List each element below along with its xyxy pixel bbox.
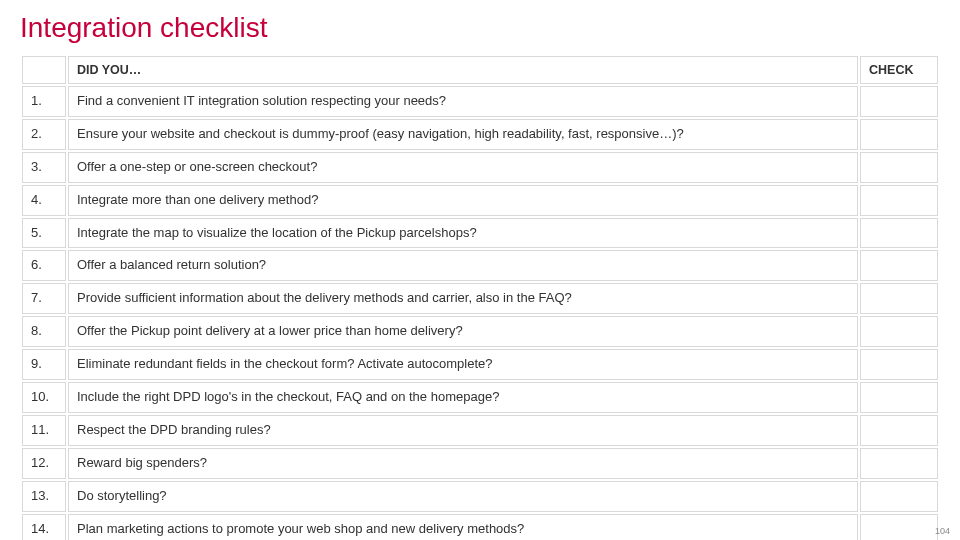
col-check-header: CHECK — [860, 56, 938, 84]
row-question: Offer a balanced return solution? — [68, 250, 858, 281]
row-number: 13. — [22, 481, 66, 512]
row-question: Reward big spenders? — [68, 448, 858, 479]
table-row: 12.Reward big spenders? — [22, 448, 938, 479]
row-question: Provide sufficient information about the… — [68, 283, 858, 314]
table-row: 2.Ensure your website and checkout is du… — [22, 119, 938, 150]
col-number-header — [22, 56, 66, 84]
row-question: Integrate the map to visualize the locat… — [68, 218, 858, 249]
table-row: 13.Do storytelling? — [22, 481, 938, 512]
row-check-cell — [860, 119, 938, 150]
col-question-header: DID YOU… — [68, 56, 858, 84]
table-row: 11.Respect the DPD branding rules? — [22, 415, 938, 446]
table-header-row: DID YOU… CHECK — [22, 56, 938, 84]
table-row: 10.Include the right DPD logo's in the c… — [22, 382, 938, 413]
row-number: 4. — [22, 185, 66, 216]
table-row: 7.Provide sufficient information about t… — [22, 283, 938, 314]
table-row: 1.Find a convenient IT integration solut… — [22, 86, 938, 117]
row-question: Offer a one-step or one-screen checkout? — [68, 152, 858, 183]
row-number: 7. — [22, 283, 66, 314]
table-row: 3.Offer a one-step or one-screen checkou… — [22, 152, 938, 183]
row-check-cell — [860, 415, 938, 446]
row-question: Do storytelling? — [68, 481, 858, 512]
table-row: 5.Integrate the map to visualize the loc… — [22, 218, 938, 249]
row-check-cell — [860, 382, 938, 413]
checklist-table: DID YOU… CHECK 1.Find a convenient IT in… — [20, 54, 940, 540]
row-question: Ensure your website and checkout is dumm… — [68, 119, 858, 150]
row-question: Plan marketing actions to promote your w… — [68, 514, 858, 540]
row-question: Find a convenient IT integration solutio… — [68, 86, 858, 117]
row-question: Respect the DPD branding rules? — [68, 415, 858, 446]
row-number: 5. — [22, 218, 66, 249]
row-check-cell — [860, 349, 938, 380]
row-check-cell — [860, 218, 938, 249]
row-check-cell — [860, 448, 938, 479]
slide: Integration checklist DID YOU… CHECK 1.F… — [0, 0, 960, 540]
row-question: Eliminate redundant fields in the checko… — [68, 349, 858, 380]
row-check-cell — [860, 250, 938, 281]
page-title: Integration checklist — [20, 12, 940, 44]
table-row: 9.Eliminate redundant fields in the chec… — [22, 349, 938, 380]
row-number: 1. — [22, 86, 66, 117]
row-check-cell — [860, 185, 938, 216]
table-row: 4.Integrate more than one delivery metho… — [22, 185, 938, 216]
row-check-cell — [860, 283, 938, 314]
table-row: 14.Plan marketing actions to promote you… — [22, 514, 938, 540]
table-row: 6.Offer a balanced return solution? — [22, 250, 938, 281]
row-number: 2. — [22, 119, 66, 150]
row-question: Offer the Pickup point delivery at a low… — [68, 316, 858, 347]
row-check-cell — [860, 514, 938, 540]
row-check-cell — [860, 152, 938, 183]
row-question: Include the right DPD logo's in the chec… — [68, 382, 858, 413]
row-number: 11. — [22, 415, 66, 446]
page-number: 104 — [935, 526, 950, 536]
row-number: 10. — [22, 382, 66, 413]
row-number: 8. — [22, 316, 66, 347]
row-check-cell — [860, 316, 938, 347]
row-question: Integrate more than one delivery method? — [68, 185, 858, 216]
row-number: 12. — [22, 448, 66, 479]
row-number: 6. — [22, 250, 66, 281]
row-check-cell — [860, 86, 938, 117]
table-row: 8.Offer the Pickup point delivery at a l… — [22, 316, 938, 347]
row-number: 14. — [22, 514, 66, 540]
row-number: 9. — [22, 349, 66, 380]
row-check-cell — [860, 481, 938, 512]
row-number: 3. — [22, 152, 66, 183]
